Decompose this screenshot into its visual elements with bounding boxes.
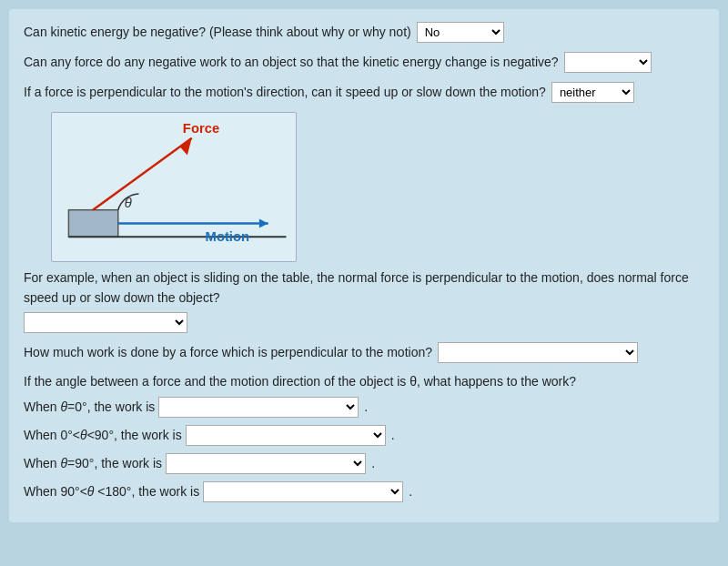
question-2-text: Can any force do any negative work to an… xyxy=(24,53,559,72)
angle-label-3: When 90°<θ <180°, the work is xyxy=(24,481,199,501)
angle-row-0: When θ=0°, the work is positive negative… xyxy=(24,397,704,418)
angle-select-0[interactable]: positive negative zero xyxy=(158,397,359,418)
angle-row-1: When 0°<θ<90°, the work is positive nega… xyxy=(24,425,704,446)
question-2-row: Can any force do any negative work to an… xyxy=(24,52,704,73)
question-3-row: If a force is perpendicular to the motio… xyxy=(24,82,704,103)
angle-select-3[interactable]: positive negative zero xyxy=(203,481,403,502)
q5-select[interactable]: zero positive negative xyxy=(438,342,638,363)
main-panel: Can kinetic energy be negative? (Please … xyxy=(9,9,719,522)
angle-row-3: When 90°<θ <180°, the work is positive n… xyxy=(24,481,704,502)
svg-marker-6 xyxy=(180,138,192,156)
q4-select-row: speed up slow down neither xyxy=(24,312,704,333)
question-4-block: For example, when an object is sliding o… xyxy=(24,268,704,333)
q4-select[interactable]: speed up slow down neither xyxy=(24,312,187,333)
angle-label-2: When θ=90°, the work is xyxy=(24,453,162,473)
question-5-row: How much work is done by a force which i… xyxy=(24,342,704,363)
angle-section-title: If the angle between a force and the mot… xyxy=(24,372,704,391)
q3-select[interactable]: neither speed up slow down both xyxy=(551,82,634,103)
svg-text:Force: Force xyxy=(183,121,219,136)
question-1-text: Can kinetic energy be negative? (Please … xyxy=(24,23,411,42)
angle-select-2[interactable]: zero positive negative xyxy=(166,453,366,474)
question-4-text: For example, when an object is sliding o… xyxy=(24,270,689,305)
svg-line-5 xyxy=(93,138,192,210)
angle-label-1: When 0°<θ<90°, the work is xyxy=(24,425,182,445)
question-5-text: How much work is done by a force which i… xyxy=(24,343,432,362)
angle-select-1[interactable]: positive negative zero xyxy=(186,425,386,446)
question-3-text: If a force is perpendicular to the motio… xyxy=(24,83,546,102)
angle-row-2: When θ=90°, the work is zero positive ne… xyxy=(24,453,704,474)
angle-section: If the angle between a force and the mot… xyxy=(24,372,704,502)
svg-marker-3 xyxy=(259,219,268,228)
angle-label-0: When θ=0°, the work is xyxy=(24,397,155,417)
svg-rect-0 xyxy=(68,210,117,238)
q2-select[interactable]: Yes No Sometimes xyxy=(564,52,652,73)
q1-select[interactable]: No Yes Sometimes xyxy=(417,22,504,43)
question-1-row: Can kinetic energy be negative? (Please … xyxy=(24,22,704,43)
force-diagram: Motion Force θ xyxy=(51,112,297,262)
svg-text:Motion: Motion xyxy=(206,229,249,244)
